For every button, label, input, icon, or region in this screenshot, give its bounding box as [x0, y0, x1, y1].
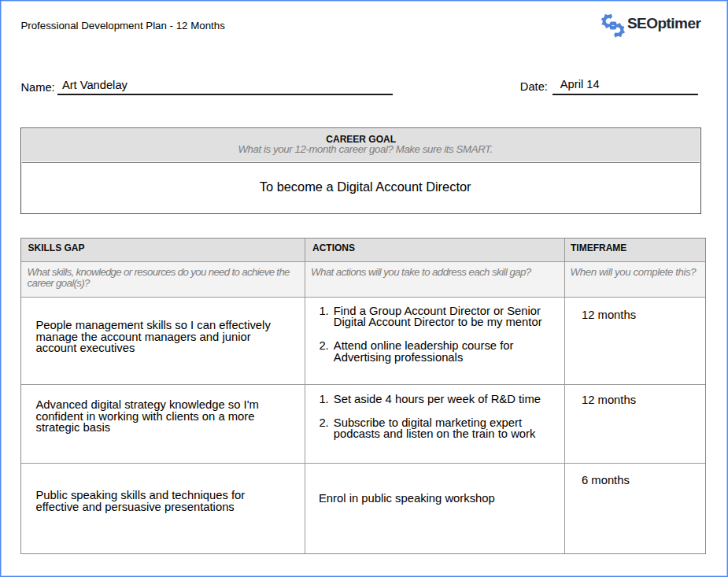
- skills-gap-text: Public speaking skills and techniques fo…: [36, 490, 279, 512]
- actions-cell[interactable]: 1.Find a Group Account Director or Senio…: [305, 298, 564, 384]
- column-subtitle-actions: What actions will you take to address ea…: [305, 262, 564, 297]
- career-goal-subtitle: What is your 12-month career goal? Make …: [27, 144, 704, 155]
- column-subtitle-skills-gap: What skills, knowledge or resources do y…: [21, 262, 305, 297]
- career-goal-box: CAREER GOAL What is your 12-month career…: [20, 128, 701, 214]
- skills-gap-cell[interactable]: People management skills so I can effect…: [21, 298, 305, 384]
- action-item-number: 2.: [319, 340, 333, 363]
- timeframe-text: 6 months: [582, 475, 705, 486]
- date-value[interactable]: April 14: [560, 79, 600, 91]
- timeframe-text: 12 months: [582, 309, 705, 321]
- timeframe-cell[interactable]: 6 months: [565, 464, 705, 553]
- action-item-text: Find a Group Account Director or Senior …: [334, 305, 554, 328]
- date-label: Date:: [520, 81, 548, 93]
- skills-table: SKILLS GAP ACTIONS TIMEFRAME What skills…: [20, 238, 706, 554]
- action-list-item: 2.Attend online leadership course for Ad…: [319, 340, 564, 363]
- skills-gap-text: People management skills so I can effect…: [36, 320, 279, 354]
- action-list-item: 1.Find a Group Account Director or Senio…: [319, 305, 564, 328]
- column-subtitle-timeframe: When will you complete this?: [565, 262, 705, 297]
- column-header-timeframe: TIMEFRAME: [565, 239, 705, 261]
- action-item-text: Set aside 4 hours per week of R&D time: [334, 394, 554, 405]
- column-header-actions: ACTIONS: [305, 239, 564, 261]
- career-goal-header: CAREER GOAL What is your 12-month career…: [22, 129, 700, 161]
- action-list-item: 1.Set aside 4 hours per week of R&D time: [319, 394, 564, 405]
- timeframe-cell[interactable]: 12 months: [565, 298, 705, 384]
- name-value[interactable]: Art Vandelay: [62, 80, 127, 91]
- career-goal-value[interactable]: To become a Digital Account Director: [22, 163, 700, 194]
- action-item-text: Attend online leadership course for Adve…: [334, 340, 554, 363]
- action-item-number: 2.: [319, 417, 333, 440]
- action-text: Enrol in public speaking workshop: [319, 493, 543, 505]
- actions-cell[interactable]: 1.Set aside 4 hours per week of R&D time…: [305, 385, 564, 463]
- actions-cell[interactable]: Enrol in public speaking workshop: [305, 464, 564, 553]
- action-item-number: 1.: [319, 394, 333, 405]
- skills-gap-cell[interactable]: Public speaking skills and techniques fo…: [21, 464, 305, 553]
- timeframe-text: 12 months: [582, 394, 705, 406]
- action-item-text: Subscribe to digital marketing expert po…: [334, 417, 554, 440]
- action-list-item: 2.Subscribe to digital marketing expert …: [319, 417, 564, 440]
- name-label: Name:: [20, 82, 54, 94]
- timeframe-cell[interactable]: 12 months: [565, 385, 705, 463]
- skills-gap-cell[interactable]: Advanced digital strategy knowledge so I…: [21, 385, 305, 463]
- skills-gap-text: Advanced digital strategy knowledge so I…: [36, 399, 279, 434]
- action-item-number: 1.: [319, 305, 333, 328]
- column-header-skills-gap: SKILLS GAP: [21, 239, 305, 261]
